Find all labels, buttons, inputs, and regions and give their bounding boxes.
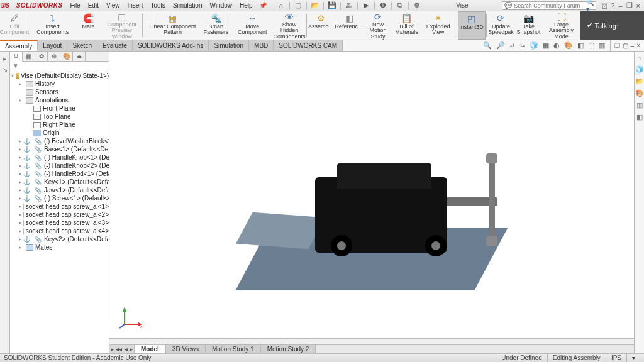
- tree-item[interactable]: ▸socket head cap screw_ai<2>: [10, 211, 109, 219]
- cmd-tab-solidworks-cam[interactable]: SOLIDWORKS CAM: [274, 40, 343, 51]
- view-tab-model[interactable]: Model: [135, 345, 166, 353]
- maximize-button[interactable]: ❐: [626, 1, 633, 9]
- tree-item[interactable]: ▸socket head cap screw_ai<1>: [10, 202, 109, 211]
- view-tab-motion-study-1[interactable]: Motion Study 1: [206, 345, 261, 353]
- menu-tools[interactable]: Tools: [147, 0, 169, 11]
- flyout-icon[interactable]: ↘: [3, 66, 8, 73]
- view-tool-9[interactable]: ⬚: [587, 41, 596, 50]
- view-tool-10[interactable]: ▥: [597, 41, 606, 50]
- status-extra[interactable]: ▾: [626, 354, 640, 362]
- tree-item[interactable]: ▸Annotations: [10, 96, 109, 104]
- taskpane-button-1[interactable]: 🧊: [635, 65, 644, 74]
- view-tool-2[interactable]: ⤾: [508, 41, 516, 50]
- menu-help[interactable]: Help: [236, 0, 257, 11]
- display-tab[interactable]: 🎨: [60, 52, 73, 62]
- sw-cloud-icon[interactable]: ⍰: [602, 2, 607, 9]
- taskpane-button-4[interactable]: ▥: [636, 101, 643, 109]
- tree-item[interactable]: Right Plane: [10, 121, 109, 129]
- tree-item[interactable]: ▸⚓📎(-) HandleKnob<2> (Default<…: [10, 162, 109, 170]
- tree-item[interactable]: Top Plane: [10, 112, 109, 121]
- view-tool-3[interactable]: ⤿: [518, 41, 526, 50]
- qat-button-8[interactable]: ⚙: [411, 1, 423, 9]
- tree-item[interactable]: ▸⚓📎(-) Screw<1> (Default<<Defa…: [10, 194, 109, 202]
- qat-button-4[interactable]: 🖶: [343, 2, 355, 9]
- tree-item[interactable]: ▸⚓📎(f) BevelWasherBlock<1> (Def…: [10, 137, 109, 145]
- property-tab[interactable]: ▦: [23, 52, 35, 62]
- ribbon-referenc-[interactable]: ◧Referenc…: [335, 11, 364, 40]
- tree-item[interactable]: ▸⚓📎Jaw<1> (Default<<Default>_D…: [10, 186, 109, 194]
- cmd-tab-evaluate[interactable]: Evaluate: [97, 40, 133, 51]
- ribbon-bill-of[interactable]: 📋Bill ofMaterials: [392, 11, 420, 40]
- ribbon-take[interactable]: 📷TakeSnapshot: [514, 11, 542, 40]
- talking-panel[interactable]: ✔Talking:: [580, 11, 644, 40]
- search-input[interactable]: [514, 3, 584, 9]
- ribbon-smart[interactable]: 🔩SmartFasteners: [203, 11, 230, 40]
- tree-item[interactable]: Sensors: [10, 88, 109, 96]
- taskpane-button-0[interactable]: ⌂: [637, 54, 641, 62]
- horizontal-scrollbar[interactable]: [109, 338, 634, 344]
- feature-tree-tab[interactable]: ⚙: [10, 52, 23, 62]
- tree-item[interactable]: ▸⚓📎(-) HandleKnob<1> (Default<…: [10, 153, 109, 162]
- close-button[interactable]: ×: [636, 2, 640, 9]
- menu-insert[interactable]: Insert: [123, 0, 147, 11]
- search-community-box[interactable]: 💬 🔍▾: [502, 1, 596, 10]
- cmd-tab-layout[interactable]: Layout: [38, 40, 67, 51]
- tree-item[interactable]: ▸Mates: [10, 243, 109, 251]
- orientation-triad[interactable]: x: [119, 304, 145, 329]
- search-icon[interactable]: 🔍▾: [586, 0, 594, 13]
- cmd-tab-assembly[interactable]: Assembly: [0, 40, 38, 51]
- tree-item[interactable]: ▸⚓📎(-) HandleRod<1> (Default<<…: [10, 170, 109, 178]
- ribbon-mate[interactable]: 🧲Mate: [75, 11, 103, 40]
- tree-item[interactable]: ▸⚓📎Key<1> (Default<<Default>_…: [10, 178, 109, 186]
- doc-close-icon[interactable]: ×: [636, 42, 640, 49]
- dim-tab[interactable]: ⊕: [48, 52, 60, 62]
- menu-file[interactable]: File: [67, 0, 84, 11]
- tree-item[interactable]: ▸socket head cap screw_ai<3>: [10, 219, 109, 227]
- ribbon-move-component[interactable]: ↔Move Component: [231, 11, 273, 40]
- tree-item[interactable]: ▸⚓📎Key<2> (Default<<Default>_D…: [10, 235, 109, 243]
- taskpane-button-5[interactable]: ◧: [636, 113, 643, 121]
- qat-button-3[interactable]: 💾: [326, 1, 338, 9]
- cmd-tab-mbd[interactable]: MBD: [249, 40, 274, 51]
- status-units[interactable]: IPS: [606, 354, 626, 362]
- qat-button-5[interactable]: ▶: [360, 1, 372, 9]
- menu-view[interactable]: View: [103, 0, 124, 11]
- ribbon-new-motion[interactable]: ⟳New MotionStudy: [364, 11, 393, 40]
- taskpane-button-3[interactable]: 🎨: [635, 89, 644, 97]
- config-tab[interactable]: ✿: [35, 52, 48, 62]
- minimize-button[interactable]: –: [618, 2, 622, 9]
- doc-max-icon[interactable]: ▢: [623, 42, 628, 49]
- qat-button-6[interactable]: ❶: [377, 1, 389, 9]
- cmd-tab-solidworks-add-ins[interactable]: SOLIDWORKS Add-Ins: [133, 40, 209, 51]
- flyout-icon[interactable]: ▸: [3, 55, 6, 62]
- menu-window[interactable]: Window: [206, 0, 236, 11]
- menu-edit[interactable]: Edit: [84, 0, 103, 11]
- view-tool-0[interactable]: 🔍: [482, 41, 493, 50]
- cmd-tab-sketch[interactable]: Sketch: [67, 40, 97, 51]
- view-tool-5[interactable]: ▦: [541, 41, 550, 50]
- ribbon-instant3d[interactable]: ◰Instant3D: [458, 11, 486, 40]
- ribbon-update[interactable]: ⟳UpdateSpeedpak: [487, 11, 514, 40]
- tree-item[interactable]: ▸socket head cap screw_ai<4>: [10, 227, 109, 235]
- ribbon-insert-components[interactable]: ⤵Insert Components: [31, 11, 75, 40]
- qat-button-1[interactable]: ▢: [292, 1, 304, 9]
- tree-item[interactable]: ▸⚓📎Base<1> (Default<<Default>…: [10, 145, 109, 153]
- tree-root[interactable]: ▾ Vise (Default<Display State-1>): [10, 72, 109, 80]
- ribbon-large-assembly[interactable]: ⛶Large AssemblyMode: [542, 11, 580, 40]
- qat-button-0[interactable]: ⌂: [275, 2, 287, 9]
- qat-button-2[interactable]: 📂: [309, 1, 321, 9]
- sheet-nav[interactable]: ▸◂◂◂▸: [109, 345, 135, 353]
- help-button[interactable]: ?: [611, 2, 614, 9]
- feature-filter[interactable]: ▼: [10, 62, 109, 70]
- ribbon-exploded-view[interactable]: ✴Exploded View: [420, 11, 455, 40]
- cmd-tab-simulation[interactable]: Simulation: [209, 40, 249, 51]
- ribbon-assemb-[interactable]: ⚙Assemb…: [308, 11, 335, 40]
- tree-item[interactable]: Origin: [10, 129, 109, 137]
- taskpane-button-2[interactable]: 📂: [635, 77, 644, 85]
- doc-min-icon[interactable]: –: [631, 42, 635, 49]
- ribbon-show-hidden[interactable]: 👁Show HiddenComponents: [273, 11, 306, 40]
- qat-button-7[interactable]: ⧉: [394, 1, 406, 9]
- view-tool-6[interactable]: ◐: [552, 41, 561, 50]
- view-tab-3d-views[interactable]: 3D Views: [166, 345, 206, 353]
- menu-simulation[interactable]: Simulation: [169, 0, 206, 11]
